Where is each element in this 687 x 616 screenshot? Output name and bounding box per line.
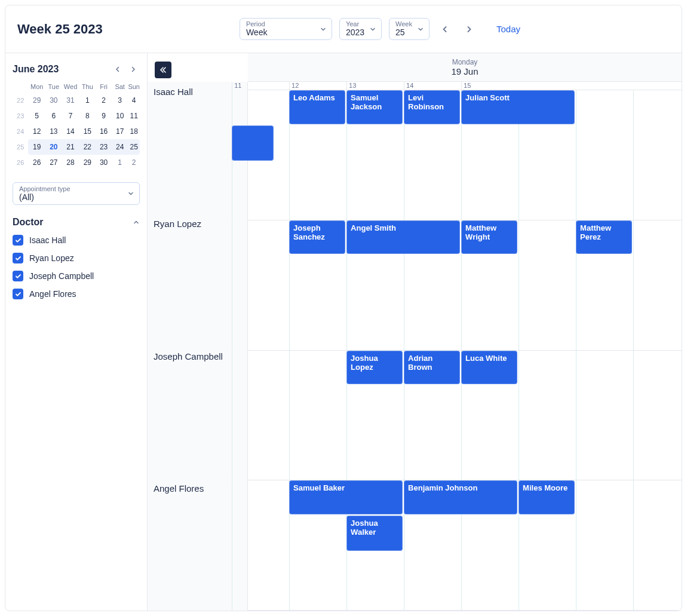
- calendar-day[interactable]: 31: [62, 93, 79, 108]
- calendar-day[interactable]: 3: [112, 93, 128, 108]
- calendar-day[interactable]: 20: [45, 139, 62, 155]
- calendar-day[interactable]: 10: [112, 108, 128, 124]
- calendar-day[interactable]: 17: [112, 124, 128, 139]
- appointment-block[interactable]: Matthew Perez: [576, 220, 632, 255]
- calendar-day[interactable]: 23: [96, 139, 112, 155]
- year-select[interactable]: Year 2023: [339, 18, 382, 40]
- year-value: 2023: [346, 27, 364, 37]
- week-number: 25: [13, 139, 28, 155]
- schedule-row[interactable]: Joseph SanchezAngel SmithMatthew WrightM…: [248, 220, 682, 351]
- appointment-block[interactable]: [232, 125, 274, 161]
- calendar-day[interactable]: 25: [128, 139, 140, 155]
- schedule-row[interactable]: Leo AdamsSamuel JacksonLevi RobinsonJuli…: [248, 90, 682, 220]
- mini-next-button[interactable]: [127, 63, 140, 76]
- calendar-day[interactable]: 18: [128, 124, 140, 139]
- calendar-day[interactable]: 14: [62, 124, 79, 139]
- calendar-day[interactable]: 29: [79, 155, 96, 170]
- checkbox-checked[interactable]: [13, 271, 23, 281]
- doctor-section-toggle[interactable]: Doctor: [13, 217, 140, 228]
- appointment-block[interactable]: Angel Smith: [346, 220, 460, 255]
- prev-button[interactable]: [437, 21, 453, 38]
- mini-calendar-title: June 2023: [13, 64, 59, 75]
- doctor-checkbox-row[interactable]: Joseph Campbell: [13, 271, 140, 281]
- calendar-day[interactable]: 12: [28, 124, 45, 139]
- calendar-day[interactable]: 19: [28, 139, 45, 155]
- appointment-block[interactable]: Leo Adams: [289, 90, 345, 124]
- time-area[interactable]: 1112131415 Leo AdamsSamuel JacksonLevi R…: [248, 82, 682, 611]
- page-title: Week 25 2023: [17, 22, 103, 37]
- hour-tick: 15: [461, 82, 471, 90]
- appointment-block[interactable]: Benjamin Johnson: [404, 480, 517, 514]
- resource-column: Isaac HallRyan LopezJoseph CampbellAngel…: [148, 82, 248, 611]
- sidebar: June 2023 MonTueWedThuFriSatSun 22293031…: [5, 53, 148, 611]
- schedule-row[interactable]: Joshua LopezAdrian BrownLuca White: [248, 351, 682, 481]
- appointment-type-label: Appointment type: [19, 185, 122, 192]
- period-label: Period: [246, 21, 315, 27]
- calendar-day[interactable]: 21: [62, 139, 79, 155]
- calendar-day[interactable]: 15: [79, 124, 96, 139]
- header: Week 25 2023 Period Week Year 2023 Week …: [5, 5, 682, 53]
- doctor-checkbox-row[interactable]: Isaac Hall: [13, 235, 140, 246]
- checkbox-checked[interactable]: [13, 289, 23, 299]
- doctor-label: Joseph Campbell: [29, 271, 94, 281]
- hour-tick: 13: [346, 82, 356, 90]
- calendar-day[interactable]: 27: [45, 155, 62, 170]
- doctor-label: Angel Flores: [29, 289, 76, 299]
- schedule-row[interactable]: Samuel BakerJoshua WalkerBenjamin Johnso…: [248, 480, 682, 611]
- mini-prev-button[interactable]: [111, 63, 124, 76]
- calendar-day[interactable]: 2: [128, 155, 140, 170]
- doctor-checkbox-row[interactable]: Angel Flores: [13, 289, 140, 299]
- calendar-day[interactable]: 2: [96, 93, 112, 108]
- hour-tick: 12: [289, 82, 299, 90]
- week-value: 25: [395, 27, 412, 37]
- appointment-type-value: (All): [19, 192, 122, 202]
- appointment-block[interactable]: Julian Scott: [461, 90, 575, 124]
- week-select[interactable]: Week 25: [389, 18, 430, 40]
- doctor-section-title: Doctor: [13, 217, 44, 228]
- appointment-block[interactable]: Samuel Jackson: [346, 90, 403, 124]
- appointment-type-select[interactable]: Appointment type (All): [13, 182, 140, 205]
- checkbox-checked[interactable]: [13, 235, 23, 246]
- calendar-day[interactable]: 9: [96, 108, 112, 124]
- calendar-day[interactable]: 1: [79, 93, 96, 108]
- doctor-checkbox-row[interactable]: Ryan Lopez: [13, 253, 140, 263]
- period-select[interactable]: Period Week: [240, 18, 332, 40]
- calendar-day[interactable]: 11: [128, 108, 140, 124]
- calendar-day[interactable]: 8: [79, 108, 96, 124]
- week-label: Week: [395, 21, 412, 27]
- chevron-up-icon: [133, 219, 140, 226]
- next-button[interactable]: [461, 21, 477, 38]
- calendar-day[interactable]: 22: [79, 139, 96, 155]
- appointment-block[interactable]: Adrian Brown: [404, 351, 460, 385]
- checkbox-checked[interactable]: [13, 253, 23, 263]
- calendar-day[interactable]: 24: [112, 139, 128, 155]
- calendar-day[interactable]: 13: [45, 124, 62, 139]
- appointment-block[interactable]: Samuel Baker: [289, 480, 403, 514]
- appointment-block[interactable]: Matthew Wright: [461, 220, 517, 255]
- doctor-label: Isaac Hall: [29, 235, 66, 245]
- calendar-day[interactable]: 4: [128, 93, 140, 108]
- calendar-day[interactable]: 30: [96, 155, 112, 170]
- collapse-sidebar-button[interactable]: [155, 62, 171, 78]
- appointment-block[interactable]: Joshua Lopez: [346, 351, 403, 385]
- calendar-day[interactable]: 30: [45, 93, 62, 108]
- calendar-day[interactable]: 16: [96, 124, 112, 139]
- calendar-day[interactable]: 7: [62, 108, 79, 124]
- appointment-block[interactable]: Miles Moore: [519, 480, 575, 514]
- appointment-block[interactable]: Levi Robinson: [404, 90, 460, 124]
- appointment-block[interactable]: Joseph Sanchez: [289, 220, 345, 255]
- appointment-block[interactable]: Joshua Walker: [346, 516, 403, 551]
- hour-tick: 14: [404, 82, 413, 90]
- calendar-day[interactable]: 5: [28, 108, 45, 124]
- today-button[interactable]: Today: [496, 24, 520, 34]
- day-date: 19 Jun: [451, 66, 478, 76]
- calendar-day[interactable]: 6: [45, 108, 62, 124]
- week-number: 24: [13, 124, 28, 139]
- calendar-day[interactable]: 28: [62, 155, 79, 170]
- appointment-block[interactable]: Luca White: [461, 351, 517, 385]
- calendar-day[interactable]: 26: [28, 155, 45, 170]
- calendar-day[interactable]: 29: [28, 93, 45, 108]
- calendar-day[interactable]: 1: [112, 155, 128, 170]
- mini-calendar[interactable]: MonTueWedThuFriSatSun 222930311234235678…: [13, 81, 140, 170]
- week-number: 26: [13, 155, 28, 170]
